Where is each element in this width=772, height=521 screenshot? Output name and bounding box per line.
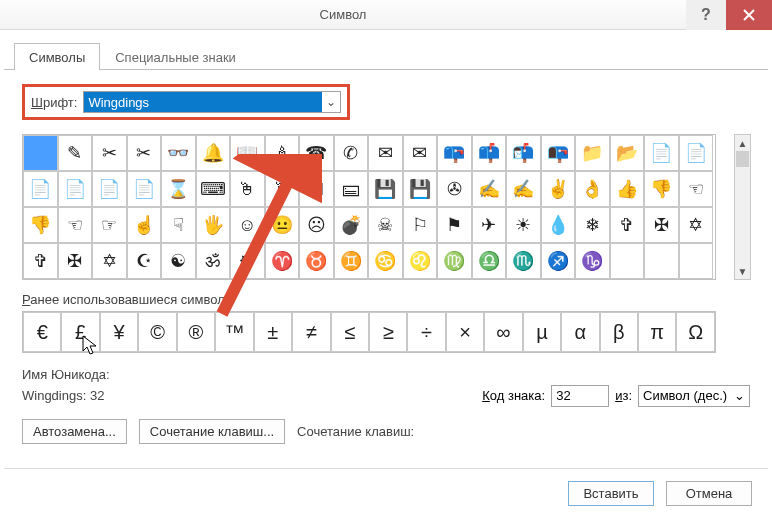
symbol-cell[interactable]: 📄	[679, 135, 714, 171]
recent-symbol-cell[interactable]: µ	[523, 312, 561, 352]
recent-symbol-cell[interactable]: ©	[138, 312, 176, 352]
symbol-cell[interactable]: ✍	[472, 171, 507, 207]
symbol-cell[interactable]: ♈	[265, 243, 300, 279]
help-button[interactable]: ?	[686, 0, 726, 30]
cancel-button[interactable]: Отмена	[666, 481, 752, 506]
symbol-cell[interactable]: ☸	[230, 243, 265, 279]
symbol-cell[interactable]: 🖥	[299, 171, 334, 207]
symbol-cell[interactable]: ॐ	[196, 243, 231, 279]
symbol-cell[interactable]: 👍	[610, 171, 645, 207]
symbol-cell[interactable]: ✌	[541, 171, 576, 207]
scroll-up-icon[interactable]: ▲	[735, 135, 750, 151]
symbol-cell[interactable]: ✠	[644, 207, 679, 243]
symbol-cell[interactable]: 🖴	[334, 171, 369, 207]
symbol-cell[interactable]: ☜	[679, 171, 714, 207]
autocorrect-button[interactable]: Автозамена...	[22, 419, 127, 444]
symbol-cell[interactable]: ✇	[437, 171, 472, 207]
recent-symbol-cell[interactable]: ¥	[100, 312, 138, 352]
symbol-cell[interactable]: ✂	[92, 135, 127, 171]
recent-symbol-cell[interactable]: £	[61, 312, 99, 352]
symbol-cell[interactable]: 📄	[58, 171, 93, 207]
recent-symbol-cell[interactable]: ±	[254, 312, 292, 352]
recent-symbol-cell[interactable]: ≠	[292, 312, 330, 352]
symbol-cell[interactable]: ⚐	[403, 207, 438, 243]
symbol-cell[interactable]: ☺	[230, 207, 265, 243]
symbol-cell[interactable]: ✡	[679, 207, 714, 243]
symbol-cell[interactable]: ✈	[472, 207, 507, 243]
symbol-cell[interactable]: ♊	[334, 243, 369, 279]
symbol-cell[interactable]: ✂	[127, 135, 162, 171]
symbol-cell[interactable]: 🕯	[265, 135, 300, 171]
recent-symbol-cell[interactable]: Ω	[676, 312, 714, 352]
symbol-cell[interactable]: 📪	[437, 135, 472, 171]
symbol-cell[interactable]: ☞	[92, 207, 127, 243]
recent-symbol-cell[interactable]: ∞	[484, 312, 522, 352]
symbol-cell[interactable]: 💾	[368, 171, 403, 207]
symbol-cell[interactable]: ♐	[541, 243, 576, 279]
symbol-cell[interactable]: ⌨	[196, 171, 231, 207]
recent-symbol-cell[interactable]: ÷	[407, 312, 445, 352]
symbol-cell[interactable]: ✠	[58, 243, 93, 279]
recent-symbol-cell[interactable]: α	[561, 312, 599, 352]
symbol-cell[interactable]: ✍	[506, 171, 541, 207]
symbol-cell[interactable]: 🖰	[230, 171, 265, 207]
scroll-thumb[interactable]	[736, 151, 749, 167]
symbol-cell[interactable]: 📖	[230, 135, 265, 171]
symbol-cell[interactable]: 📄	[23, 171, 58, 207]
symbol-cell[interactable]: 🖐	[196, 207, 231, 243]
recent-symbol-cell[interactable]: ≤	[331, 312, 369, 352]
tab-symbols[interactable]: Символы	[14, 43, 100, 70]
symbol-grid[interactable]: ✎✂✂👓🔔📖🕯☎✆✉✉📪📫📬📭📁📂📄📄📄📄📄📄⌛⌨🖰🖰🖥🖴💾💾✇✍✍✌👌👍👎☜👎…	[22, 134, 716, 280]
symbol-cell[interactable]: ✎	[58, 135, 93, 171]
symbol-cell[interactable]	[679, 243, 714, 279]
symbol-cell[interactable]: ✉	[368, 135, 403, 171]
scroll-down-icon[interactable]: ▼	[735, 263, 750, 279]
symbol-cell[interactable]: ☹	[299, 207, 334, 243]
symbol-cell[interactable]: 📫	[472, 135, 507, 171]
symbol-cell[interactable]: ☠	[368, 207, 403, 243]
symbol-cell[interactable]: 📬	[506, 135, 541, 171]
symbol-cell[interactable]: ♉	[299, 243, 334, 279]
symbol-cell[interactable]: ☀	[506, 207, 541, 243]
symbol-cell[interactable]: 📄	[127, 171, 162, 207]
symbol-cell[interactable]: ✞	[23, 243, 58, 279]
symbol-cell[interactable]: 📂	[610, 135, 645, 171]
shortcut-button[interactable]: Сочетание клавиш...	[139, 419, 285, 444]
symbol-cell[interactable]: 📄	[92, 171, 127, 207]
symbol-cell[interactable]: 📭	[541, 135, 576, 171]
grid-scrollbar[interactable]: ▲ ▼	[734, 134, 751, 280]
symbol-cell[interactable]: 👌	[575, 171, 610, 207]
recent-symbol-cell[interactable]: ≥	[369, 312, 407, 352]
symbol-cell[interactable]: ♌	[403, 243, 438, 279]
symbol-cell[interactable]: ✡	[92, 243, 127, 279]
symbol-cell[interactable]: 😐	[265, 207, 300, 243]
symbol-cell[interactable]: ☟	[161, 207, 196, 243]
symbol-cell[interactable]: ☪	[127, 243, 162, 279]
symbol-cell[interactable]: 💣	[334, 207, 369, 243]
recent-grid[interactable]: €£¥©®™±≠≤≥÷×∞µαβπΩ	[22, 311, 716, 353]
symbol-cell[interactable]: ✆	[334, 135, 369, 171]
symbol-cell[interactable]: ♎	[472, 243, 507, 279]
recent-symbol-cell[interactable]: ®	[177, 312, 215, 352]
symbol-cell[interactable]: ♑	[575, 243, 610, 279]
symbol-cell[interactable]: 🖰	[265, 171, 300, 207]
symbol-cell[interactable]: 👎	[644, 171, 679, 207]
recent-symbol-cell[interactable]: ™	[215, 312, 253, 352]
symbol-cell[interactable]: ❄	[575, 207, 610, 243]
symbol-cell[interactable]: 📄	[644, 135, 679, 171]
recent-symbol-cell[interactable]: €	[23, 312, 61, 352]
recent-symbol-cell[interactable]: ×	[446, 312, 484, 352]
symbol-cell[interactable]: ♋	[368, 243, 403, 279]
symbol-cell[interactable]: 💾	[403, 171, 438, 207]
symbol-cell[interactable]: 👓	[161, 135, 196, 171]
symbol-cell[interactable]: ✞	[610, 207, 645, 243]
symbol-cell[interactable]: 📁	[575, 135, 610, 171]
symbol-cell[interactable]: ✉	[403, 135, 438, 171]
symbol-cell[interactable]	[23, 135, 58, 171]
symbol-cell[interactable]: ☎	[299, 135, 334, 171]
font-select[interactable]: Wingdings ⌄	[83, 91, 341, 113]
symbol-cell[interactable]: ⚑	[437, 207, 472, 243]
close-button[interactable]	[726, 0, 772, 30]
insert-button[interactable]: Вставить	[568, 481, 654, 506]
symbol-cell[interactable]: 💧	[541, 207, 576, 243]
